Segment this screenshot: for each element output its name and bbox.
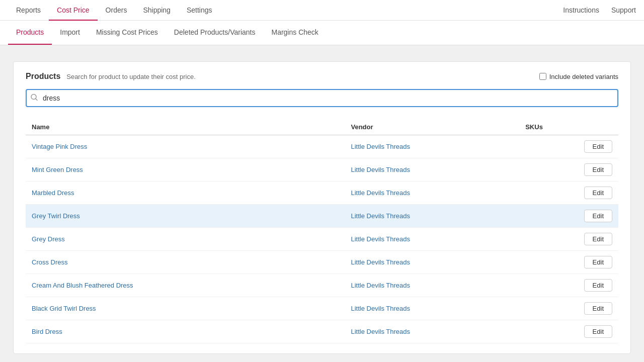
table-head: Name Vendor SKUs (26, 119, 618, 135)
products-header: Products Search for product to update th… (26, 72, 618, 81)
vendor-link[interactable]: Little Devils Threads (351, 189, 410, 197)
include-deleted-checkbox[interactable] (539, 73, 546, 80)
table-row: Cream And Blush Feathered DressLittle De… (26, 274, 618, 297)
vendor-link[interactable]: Little Devils Threads (351, 258, 410, 266)
table-row: Vintage Pink DressLittle Devils ThreadsE… (26, 135, 618, 158)
vendor-link[interactable]: Little Devils Threads (351, 328, 410, 335)
vendor-link[interactable]: Little Devils Threads (351, 282, 410, 289)
product-name-link[interactable]: Grey Dress (32, 235, 65, 243)
product-name-link[interactable]: Bird Dress (32, 328, 62, 335)
edit-button[interactable]: Edit (584, 256, 612, 268)
table-row: Black Grid Twirl DressLittle Devils Thre… (26, 297, 618, 320)
svg-line-1 (36, 99, 37, 101)
sku-cell (519, 205, 578, 228)
search-icon (31, 94, 38, 103)
product-name-link[interactable]: Mint Green Dress (32, 166, 83, 173)
edit-button[interactable]: Edit (584, 233, 612, 245)
sku-cell (519, 274, 578, 297)
tabs-container: ProductsImportMissing Cost PricesDeleted… (0, 21, 644, 45)
top-nav-link-instructions[interactable]: Instructions (563, 6, 599, 14)
col-header-skus: SKUs (519, 119, 578, 135)
tab-deleted-products[interactable]: Deleted Products/Variants (166, 21, 264, 45)
table-row: Cross DressLittle Devils ThreadsEdit (26, 251, 618, 274)
vendor-link[interactable]: Little Devils Threads (351, 166, 410, 173)
products-subtitle: Search for product to update their cost … (66, 73, 196, 80)
sku-cell (519, 228, 578, 251)
table-body: Vintage Pink DressLittle Devils ThreadsE… (26, 135, 618, 343)
sku-cell (519, 320, 578, 343)
edit-button[interactable]: Edit (584, 210, 612, 222)
products-title: Products (26, 72, 60, 80)
vendor-link[interactable]: Little Devils Threads (351, 143, 410, 150)
edit-button[interactable]: Edit (584, 279, 612, 292)
col-header-vendor: Vendor (345, 119, 519, 135)
table-row: Bird DressLittle Devils ThreadsEdit (26, 320, 618, 343)
search-input[interactable] (26, 89, 618, 107)
edit-button[interactable]: Edit (584, 187, 612, 199)
product-name-link[interactable]: Cross Dress (32, 258, 68, 266)
top-nav-item-reports[interactable]: Reports (8, 0, 49, 21)
col-header-action (578, 119, 618, 135)
tab-import[interactable]: Import (52, 21, 88, 45)
top-nav: ReportsCost PriceOrdersShippingSettings … (0, 0, 644, 21)
table-row: Marbled DressLittle Devils ThreadsEdit (26, 182, 618, 205)
sku-cell (519, 297, 578, 320)
top-nav-item-cost-price[interactable]: Cost Price (49, 0, 98, 21)
products-table: Name Vendor SKUs Vintage Pink DressLittl… (26, 119, 618, 343)
top-nav-link-support[interactable]: Support (611, 6, 636, 14)
top-nav-right: InstructionsSupport (563, 6, 636, 14)
include-deleted-text: Include deleted variants (549, 73, 618, 80)
page-content: Products Search for product to update th… (5, 45, 639, 362)
include-deleted-label[interactable]: Include deleted variants (539, 73, 618, 80)
table-row: Grey Twirl DressLittle Devils ThreadsEdi… (26, 205, 618, 228)
tab-margins-check[interactable]: Margins Check (263, 21, 326, 45)
vendor-link[interactable]: Little Devils Threads (351, 212, 410, 220)
sku-cell (519, 135, 578, 158)
edit-button[interactable]: Edit (584, 163, 612, 176)
vendor-link[interactable]: Little Devils Threads (351, 235, 410, 243)
search-container (26, 89, 618, 107)
top-nav-item-settings[interactable]: Settings (179, 0, 220, 21)
edit-button[interactable]: Edit (584, 302, 612, 315)
sku-cell (519, 182, 578, 205)
tab-products[interactable]: Products (8, 21, 52, 45)
edit-button[interactable]: Edit (584, 325, 612, 338)
top-nav-left: ReportsCost PriceOrdersShippingSettings (8, 0, 220, 21)
sku-cell (519, 158, 578, 182)
sku-cell (519, 251, 578, 274)
col-header-name: Name (26, 119, 345, 135)
products-heading: Products Search for product to update th… (26, 72, 196, 81)
product-name-link[interactable]: Marbled Dress (32, 189, 74, 197)
table-row: Mint Green DressLittle Devils ThreadsEdi… (26, 158, 618, 182)
vendor-link[interactable]: Little Devils Threads (351, 305, 410, 312)
top-nav-item-orders[interactable]: Orders (98, 0, 135, 21)
tab-missing-cost-prices[interactable]: Missing Cost Prices (88, 21, 166, 45)
product-name-link[interactable]: Vintage Pink Dress (32, 143, 87, 150)
main-card: Products Search for product to update th… (13, 61, 631, 354)
table-row: Grey DressLittle Devils ThreadsEdit (26, 228, 618, 251)
product-name-link[interactable]: Cream And Blush Feathered Dress (32, 282, 133, 289)
product-name-link[interactable]: Black Grid Twirl Dress (32, 305, 96, 312)
edit-button[interactable]: Edit (584, 140, 612, 153)
product-name-link[interactable]: Grey Twirl Dress (32, 212, 80, 220)
top-nav-item-shipping[interactable]: Shipping (135, 0, 179, 21)
